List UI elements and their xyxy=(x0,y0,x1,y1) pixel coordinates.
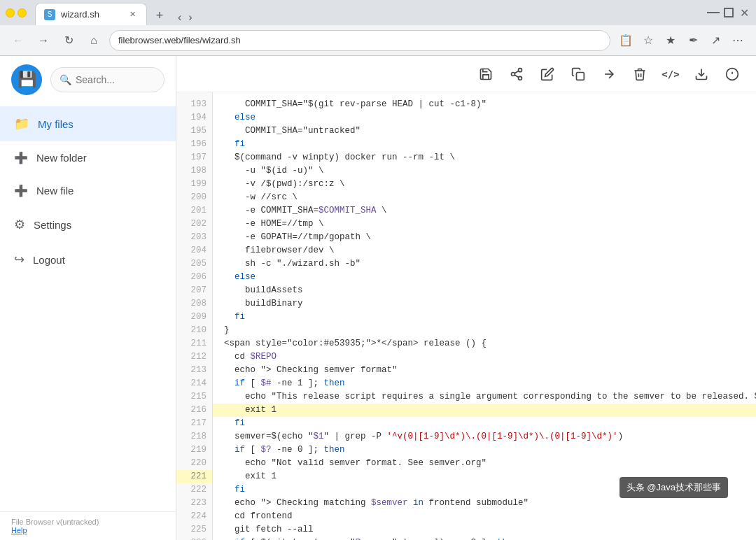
code-line: echo "> Checking matching $semver in fro… xyxy=(213,497,756,510)
code-line: git fetch --all xyxy=(213,523,756,537)
copy-button[interactable] xyxy=(566,62,591,87)
move-button[interactable] xyxy=(596,62,622,87)
sidebar-item-my-files[interactable]: 📁 My files xyxy=(0,106,176,141)
code-line: fi xyxy=(213,483,756,497)
code-line: buildBinary xyxy=(213,297,756,311)
code-line: cd $REPO xyxy=(213,350,756,364)
address-bar[interactable]: filebrowser.web/files/wizard.sh xyxy=(109,30,610,51)
forward-button[interactable]: → xyxy=(34,31,53,50)
restore-button[interactable] xyxy=(18,8,27,17)
line-numbers: 1931941951961971981992002012022032042052… xyxy=(176,92,213,540)
code-line: filebrowser/dev \ xyxy=(213,244,756,257)
line-number: 217 xyxy=(176,417,212,430)
code-line: cd frontend xyxy=(213,510,756,523)
sidebar-item-logout[interactable]: ↪ Logout xyxy=(0,242,176,277)
code-line: $(command -v winpty) docker run --rm -lt… xyxy=(213,151,756,164)
svg-point-2 xyxy=(519,76,522,80)
more-btn[interactable]: ⋯ xyxy=(728,31,748,50)
line-number: 202 xyxy=(176,218,212,231)
address-url: filebrowser.web/files/wizard.sh xyxy=(118,35,241,45)
tab-bar: S wizard.sh ✕ + ‹ › xyxy=(35,0,195,25)
share-button[interactable] xyxy=(504,62,529,87)
sidebar-item-label-new-folder: New folder xyxy=(36,152,87,164)
code-line: echo "Not valid semver format. See semve… xyxy=(213,457,756,470)
code-line: } xyxy=(213,324,756,337)
delete-button[interactable] xyxy=(627,62,652,87)
line-number: 215 xyxy=(176,390,212,404)
star-btn[interactable]: ★ xyxy=(661,31,680,50)
search-input[interactable] xyxy=(76,74,155,85)
code-view[interactable]: 1931941951961971981992002012022032042052… xyxy=(176,92,756,540)
tab-close-button[interactable]: ✕ xyxy=(127,9,138,20)
line-number: 195 xyxy=(176,125,212,138)
line-number: 205 xyxy=(176,257,212,271)
win-restore-btn[interactable] xyxy=(724,8,734,17)
code-line: -v /$(pwd):/src:z \ xyxy=(213,178,756,191)
code-line: exit 1 xyxy=(213,470,756,483)
back-button[interactable]: ← xyxy=(8,31,28,50)
minimize-button[interactable] xyxy=(6,8,15,17)
svg-line-4 xyxy=(514,71,519,73)
new-folder-icon: ➕ xyxy=(14,151,28,164)
active-tab[interactable]: S wizard.sh ✕ xyxy=(35,3,147,25)
tab-nav-forward[interactable]: › xyxy=(186,10,195,25)
tab-title: wizard.sh xyxy=(61,9,121,20)
sidebar-item-label-new-file: New file xyxy=(36,185,74,197)
info-button[interactable] xyxy=(720,62,745,87)
sidebar-item-new-folder[interactable]: ➕ New folder xyxy=(0,141,176,174)
svg-rect-5 xyxy=(577,72,584,80)
win-close-btn[interactable]: ✕ xyxy=(738,6,750,19)
edit-button[interactable] xyxy=(535,62,560,87)
sidebar-header: 💾 🔍 xyxy=(0,56,176,104)
logo: 💾 xyxy=(11,64,42,95)
win-minimize-btn[interactable] xyxy=(707,12,720,13)
file-area: </> 193194195196197198199200201202203204… xyxy=(176,56,756,540)
code-line: echo "> Checking semver format" xyxy=(213,364,756,377)
code-line: else xyxy=(213,271,756,284)
version-text: File Browser v(untracked) xyxy=(11,518,164,526)
window-controls xyxy=(6,8,27,17)
code-line: <span style="color:#e53935;">*</span> re… xyxy=(213,337,756,350)
home-button[interactable]: ⌂ xyxy=(84,31,104,50)
search-box[interactable]: 🔍 xyxy=(50,67,164,92)
sidebar-item-new-file[interactable]: ➕ New file xyxy=(0,174,176,207)
line-number: 204 xyxy=(176,244,212,257)
sidebar-nav: 📁 My files ➕ New folder ➕ New file ⚙ Set… xyxy=(0,104,176,280)
refresh-button[interactable]: ↻ xyxy=(59,31,78,50)
line-number: 203 xyxy=(176,231,212,244)
code-line: -e HOME=//tmp \ xyxy=(213,218,756,231)
code-line: sh -c "./wizard.sh -b" xyxy=(213,257,756,271)
line-number: 213 xyxy=(176,364,212,377)
code-line: else xyxy=(213,111,756,125)
code-line: -e GOPATH=//tmp/gopath \ xyxy=(213,231,756,244)
sidebar-item-settings[interactable]: ⚙ Settings xyxy=(0,207,176,242)
sidebar-bottom: File Browser v(untracked) Help xyxy=(0,511,176,540)
share-btn[interactable]: ↗ xyxy=(706,31,725,50)
line-number: 201 xyxy=(176,204,212,218)
bookmark-btn[interactable]: ☆ xyxy=(638,31,658,50)
line-number: 221 xyxy=(176,470,212,483)
file-toolbar: </> xyxy=(176,56,756,92)
code-line: COMMIT_SHA="untracked" xyxy=(213,125,756,138)
line-number: 214 xyxy=(176,377,212,390)
code-line: -w //src \ xyxy=(213,191,756,204)
line-number: 199 xyxy=(176,178,212,191)
line-number: 207 xyxy=(176,284,212,297)
line-number: 210 xyxy=(176,324,212,337)
tab-nav: ‹ › xyxy=(175,10,195,25)
new-file-icon: ➕ xyxy=(14,184,28,197)
sidebar: 💾 🔍 📁 My files ➕ New folder ➕ xyxy=(0,56,176,540)
code-button[interactable]: </> xyxy=(658,62,683,87)
code-line: if [ $? -ne 0 ]; then xyxy=(213,443,756,457)
download-button[interactable] xyxy=(689,62,714,87)
sidebar-item-label-my-files: My files xyxy=(38,118,74,130)
sidebar-item-label-logout: Logout xyxy=(33,254,65,266)
bookmark-list-btn[interactable]: 📋 xyxy=(616,31,636,50)
save-button[interactable] xyxy=(473,62,498,87)
help-link[interactable]: Help xyxy=(11,526,164,534)
svg-point-0 xyxy=(519,68,522,71)
tab-nav-back[interactable]: ‹ xyxy=(175,10,184,25)
new-tab-button[interactable]: + xyxy=(150,6,169,25)
search-icon: 🔍 xyxy=(59,74,71,85)
pen-btn[interactable]: ✒ xyxy=(683,31,703,50)
